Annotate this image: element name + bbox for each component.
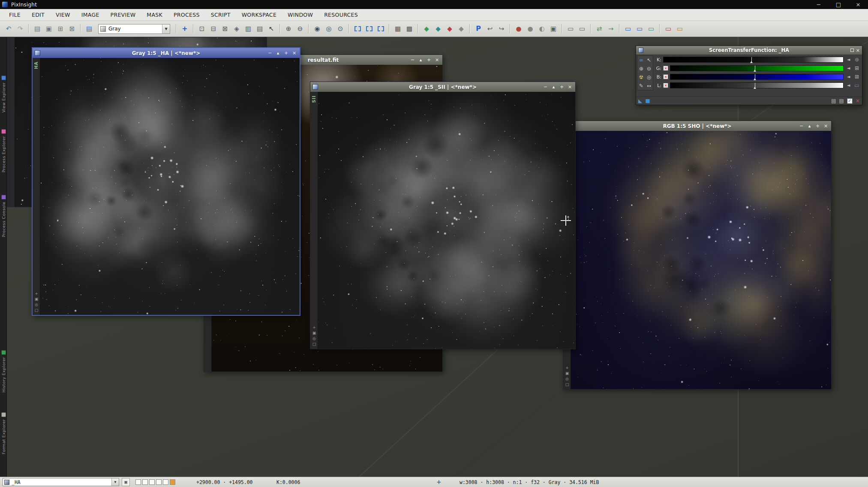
zoom-button[interactable]: + (559, 84, 565, 90)
mask-gray-icon[interactable]: ● (525, 24, 535, 34)
window-list-icon[interactable]: ⊞ (55, 24, 66, 34)
stf-shade-button[interactable] (850, 48, 854, 52)
stf-channel-reset-checkbox[interactable]: × (663, 74, 668, 79)
menu-image[interactable]: IMAGE (76, 9, 105, 20)
track-view-icon[interactable]: + (180, 24, 190, 34)
monitor-warn-icon[interactable]: ▭ (663, 24, 673, 34)
mask-box-icon[interactable]: ▣ (548, 24, 559, 34)
monitor-3-icon[interactable]: ▭ (646, 24, 656, 34)
history-back-icon[interactable]: ↩ (485, 24, 495, 34)
link-views-icon[interactable]: ▣ (565, 372, 569, 375)
stf-settings-icon[interactable]: ⊛ (853, 57, 860, 62)
menu-script[interactable]: SCRIPT (205, 9, 236, 20)
image-window-rgb-sho[interactable]: RGB 1:5 SHO | <*new*> −▴+× +▣◎□ (563, 121, 832, 390)
navigator-icon[interactable]: ◈ (231, 24, 242, 34)
readout-icon[interactable]: ◎ (312, 337, 316, 341)
monitor-1-icon[interactable]: ▭ (623, 24, 633, 34)
menu-mask[interactable]: MASK (141, 9, 168, 20)
zoom-optimal-icon[interactable]: ⊙ (335, 24, 345, 34)
split-horizontal-icon[interactable]: ▥ (243, 24, 253, 34)
tool-teal-icon[interactable]: ◆ (433, 24, 443, 34)
paste-image-icon[interactable]: ▣ (44, 24, 54, 34)
close-button[interactable]: × (848, 0, 868, 9)
close-button[interactable]: × (567, 84, 573, 90)
stf-mute-channel-icon[interactable]: ◄ (845, 83, 852, 88)
menu-file[interactable]: FILE (3, 9, 26, 20)
identifier-toggle-icon[interactable]: ▣ (122, 478, 130, 486)
view-selector-combo[interactable]: _HA ▼ (3, 478, 119, 486)
maximize-button[interactable]: □ (829, 0, 848, 9)
stf-slider-marker[interactable] (755, 83, 755, 88)
history-forward-icon[interactable]: ↪ (496, 24, 507, 34)
stf-copy-doc-icon[interactable]: ▤ (831, 98, 836, 103)
mask-red-icon[interactable]: ● (514, 24, 524, 34)
snap-grid-icon[interactable]: ▩ (404, 24, 414, 34)
close-button[interactable]: × (434, 57, 440, 63)
monitor-2-icon[interactable]: ▭ (634, 24, 645, 34)
stf-pan-icon[interactable]: ↔ (645, 82, 653, 90)
view-tab-strip[interactable] (7, 37, 15, 207)
undo-icon[interactable]: ↶ (3, 24, 14, 34)
export-arrows-icon[interactable]: ⇄ (594, 24, 604, 34)
tool-red-icon[interactable]: ◆ (445, 24, 455, 34)
menu-process[interactable]: PROCESS (168, 9, 205, 20)
stf-slider-marker[interactable] (755, 66, 755, 71)
iconize-button[interactable]: − (409, 57, 416, 63)
edit-preview-icon[interactable] (364, 24, 374, 34)
stf-apply-check-icon[interactable]: ✓ (847, 98, 853, 104)
stf-radiation-icon[interactable]: ☢ (637, 73, 645, 82)
window-titlebar[interactable]: RGB 1:5 SHO | <*new*> −▴+× (563, 121, 831, 131)
image-canvas-rgb-sho[interactable] (571, 131, 831, 389)
color-space-combo[interactable]: Gray▼ (98, 24, 170, 34)
zoom-button[interactable]: + (814, 123, 821, 129)
close-image-icon[interactable]: ⊠ (67, 24, 77, 34)
tool-green-icon[interactable]: ◆ (421, 24, 432, 34)
window-titlebar[interactable]: Gray 1:5 _HA | <*new*> −▴+× (33, 48, 300, 58)
iconize-button[interactable]: − (267, 50, 273, 56)
process-explorer-icon[interactable]: P (473, 24, 484, 34)
zoom-out-icon[interactable]: ⊖ (295, 24, 305, 34)
new-document-icon[interactable]: ▤ (84, 24, 94, 34)
mask-half-icon[interactable]: ◐ (537, 24, 547, 34)
stf-mute-channel-icon[interactable]: ◄ (845, 57, 852, 62)
screen-a-icon[interactable]: ▭ (565, 24, 576, 34)
sidebar-item-format-explorer[interactable]: Format Explorer (0, 412, 7, 454)
tool-gray-icon[interactable]: ◆ (456, 24, 466, 34)
stf-mute-channel-icon[interactable]: ◄ (845, 75, 852, 79)
stf-gradient-b[interactable] (670, 74, 844, 80)
monitor-amber-icon[interactable]: ▭ (675, 24, 685, 34)
delete-preview-icon[interactable] (375, 24, 386, 34)
screen-b-icon[interactable]: ▭ (577, 24, 587, 34)
mask-indicator-icon[interactable]: □ (35, 309, 39, 312)
close-button[interactable]: × (823, 123, 829, 129)
select-mode-icon[interactable]: ↖ (266, 24, 276, 34)
stf-titlebar[interactable]: ScreenTransferFunction: _HA × (636, 46, 862, 54)
stf-zoom-out-icon[interactable]: ⊖ (645, 64, 653, 73)
zoom-1-1-icon[interactable]: ◉ (312, 24, 322, 34)
zoom-fit-icon[interactable]: ◎ (324, 24, 334, 34)
link-views-icon[interactable]: ▣ (35, 297, 39, 301)
redo-icon[interactable]: ↷ (15, 24, 25, 34)
sync-icon[interactable]: + (35, 292, 38, 296)
import-arrow-icon[interactable]: → (606, 24, 616, 34)
link-views-icon[interactable]: ▣ (312, 331, 316, 335)
stf-new-doc-icon[interactable]: ▤ (839, 98, 844, 103)
stf-link-icon[interactable]: ∞ (637, 56, 645, 64)
readout-icon[interactable]: ◎ (35, 303, 38, 307)
shade-button[interactable]: ▴ (275, 50, 281, 56)
menu-edit[interactable]: EDIT (26, 9, 50, 20)
menu-window[interactable]: WINDOW (282, 9, 318, 20)
workspace[interactable]: resultat.fit −▴+× RGB 1:5 SHO | <*new*> … (7, 37, 868, 477)
menu-resources[interactable]: RESOURCES (318, 9, 363, 20)
stf-slider-marker[interactable] (751, 57, 752, 62)
stf-close-button[interactable]: × (856, 48, 860, 53)
window-titlebar[interactable]: Gray 1:5 _SII | <*new*> −▴+× (310, 82, 575, 92)
fit-window-icon[interactable]: ⊟ (208, 24, 219, 34)
menu-preview[interactable]: PREVIEW (105, 9, 141, 20)
stf-mute-channel-icon[interactable]: ◄ (845, 66, 852, 70)
shade-button[interactable]: ▴ (550, 84, 557, 90)
fit-view-icon[interactable]: ⊡ (197, 24, 207, 34)
image-canvas-ha[interactable] (40, 58, 300, 315)
menu-workspace[interactable]: WORKSPACE (236, 9, 282, 20)
view-tab-strip[interactable]: SII +▣◎□ (310, 92, 318, 349)
